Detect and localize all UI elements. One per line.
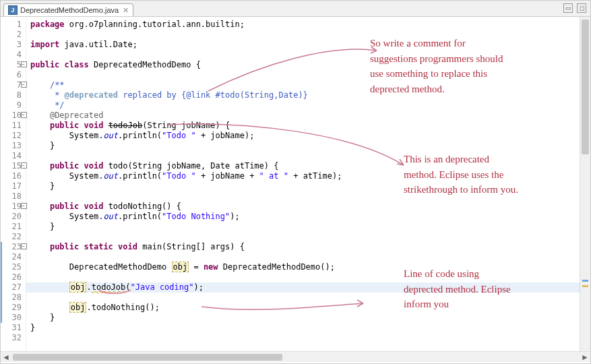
change-marker: [0, 242, 2, 252]
line-number: 28: [1, 293, 26, 303]
code-line[interactable]: public void todo(String jobName, Date at…: [26, 161, 580, 171]
code-line[interactable]: public void todoJob(String jobName) {: [26, 121, 580, 131]
minimize-icon[interactable]: ▭: [563, 3, 573, 13]
code-line[interactable]: [26, 70, 580, 80]
line-number: 12: [1, 131, 26, 141]
code-line[interactable]: }: [26, 313, 580, 323]
code-line[interactable]: [26, 333, 580, 343]
line-number: 21: [1, 222, 26, 232]
scrollbar-mark: [582, 280, 588, 282]
code-line[interactable]: [26, 191, 580, 202]
line-number: 2: [1, 30, 26, 40]
code-editor[interactable]: So write a comment forsuggestions progra…: [26, 17, 580, 351]
change-marker: [0, 262, 2, 272]
line-number: 6: [1, 70, 26, 80]
line-number: 7−: [1, 80, 26, 90]
code-line[interactable]: */: [26, 100, 580, 111]
hscrollbar-thumb[interactable]: [13, 354, 282, 361]
line-number: 25: [1, 262, 26, 272]
line-number: 4: [1, 50, 26, 60]
code-line[interactable]: [26, 151, 580, 161]
line-number: 1: [1, 20, 26, 30]
scrollbar-thumb[interactable]: [582, 20, 589, 154]
scrollbar-warning-mark: [582, 285, 588, 287]
code-line[interactable]: System.out.println("Todo " + jobName + "…: [26, 171, 580, 181]
change-marker: [0, 293, 2, 303]
line-number: 10−: [1, 111, 26, 121]
scroll-right-icon[interactable]: ►: [580, 353, 590, 362]
code-line[interactable]: [26, 272, 580, 282]
code-line[interactable]: @Deprecated: [26, 111, 580, 121]
code-line[interactable]: [26, 293, 580, 303]
line-number: 17: [1, 181, 26, 191]
line-number: 19−: [1, 202, 26, 212]
vertical-scrollbar[interactable]: [580, 17, 590, 351]
code-line[interactable]: public void todoNothing() {: [26, 202, 580, 212]
code-line[interactable]: }: [26, 181, 580, 191]
line-number: 13: [1, 141, 26, 151]
line-number: 29: [1, 303, 26, 313]
line-number: 20: [1, 212, 26, 222]
tab-bar: J DeprecatedMethodDemo.java ✕ ▭ ◻: [1, 1, 590, 17]
code-line[interactable]: }: [26, 222, 580, 232]
scroll-left-icon[interactable]: ◄: [1, 353, 11, 362]
line-number: 8: [1, 90, 26, 100]
line-number: 9: [1, 100, 26, 111]
line-number: 26: [1, 272, 26, 282]
code-line[interactable]: [26, 30, 580, 40]
code-line[interactable]: }: [26, 323, 580, 333]
code-line[interactable]: DeprecatedMethodDemo obj = new Deprecate…: [26, 262, 580, 272]
code-line[interactable]: System.out.println("Todo " + jobName);: [26, 131, 580, 141]
code-line[interactable]: public class DeprecatedMethodDemo {: [26, 60, 580, 70]
line-number: 31: [1, 323, 26, 333]
view-toolbar: ▭ ◻: [563, 3, 586, 13]
code-line[interactable]: [26, 50, 580, 60]
code-line[interactable]: * @deprecated replaced by {@link #todo(S…: [26, 90, 580, 100]
code-line[interactable]: [26, 252, 580, 262]
change-marker: [0, 303, 2, 313]
line-number: 11: [1, 121, 26, 131]
line-gutter[interactable]: 12345−67−8910−1112131415−16171819−202122…: [1, 17, 26, 351]
change-marker: [0, 313, 2, 323]
editor-area: 12345−67−8910−1112131415−16171819−202122…: [1, 17, 590, 351]
line-number: 18: [1, 191, 26, 202]
change-marker: [0, 252, 2, 262]
line-number: 30: [1, 313, 26, 323]
line-number: 27: [1, 282, 26, 293]
line-number: 32: [1, 333, 26, 343]
editor-tab[interactable]: J DeprecatedMethodDemo.java ✕: [3, 3, 133, 16]
line-number: 16: [1, 171, 26, 181]
change-marker: [0, 272, 2, 282]
change-marker: [0, 282, 2, 293]
maximize-icon[interactable]: ◻: [577, 3, 586, 13]
code-line[interactable]: package org.o7planning.tutorial.ann.buil…: [26, 20, 580, 30]
code-line[interactable]: System.out.println("Todo Nothing");: [26, 212, 580, 222]
code-line[interactable]: }: [26, 141, 580, 151]
tab-filename: DeprecatedMethodDemo.java: [20, 6, 119, 14]
line-number: 5−: [1, 60, 26, 70]
close-tab-icon[interactable]: ✕: [123, 6, 129, 15]
line-number: 22: [1, 232, 26, 242]
line-number: 3: [1, 40, 26, 50]
code-line[interactable]: import java.util.Date;: [26, 40, 580, 50]
line-number: 15−: [1, 161, 26, 171]
code-line[interactable]: obj.todoNothing();: [26, 303, 580, 313]
code-line[interactable]: [26, 232, 580, 242]
java-file-icon: J: [8, 5, 18, 15]
code-line[interactable]: obj.todoJob("Java coding");: [26, 282, 580, 293]
horizontal-scrollbar[interactable]: ◄ ►: [1, 351, 590, 362]
code-line[interactable]: public static void main(String[] args) {: [26, 242, 580, 252]
line-number: 24: [1, 252, 26, 262]
line-number: 14: [1, 151, 26, 161]
line-number: 23−: [1, 242, 26, 252]
code-line[interactable]: /**: [26, 80, 580, 90]
